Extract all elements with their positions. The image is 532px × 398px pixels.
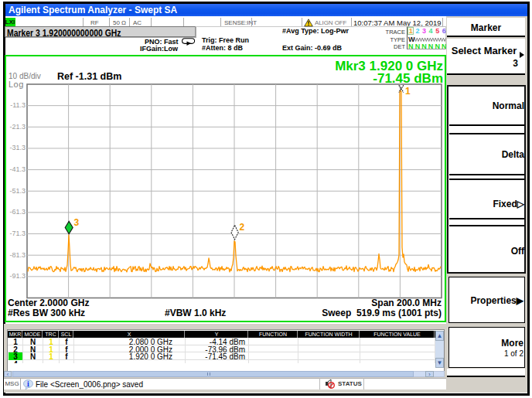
- svg-text:1: 1: [405, 86, 411, 97]
- svg-text:2: 2: [240, 222, 245, 233]
- svg-text:i: i: [27, 379, 29, 388]
- svg-text:3: 3: [74, 217, 80, 228]
